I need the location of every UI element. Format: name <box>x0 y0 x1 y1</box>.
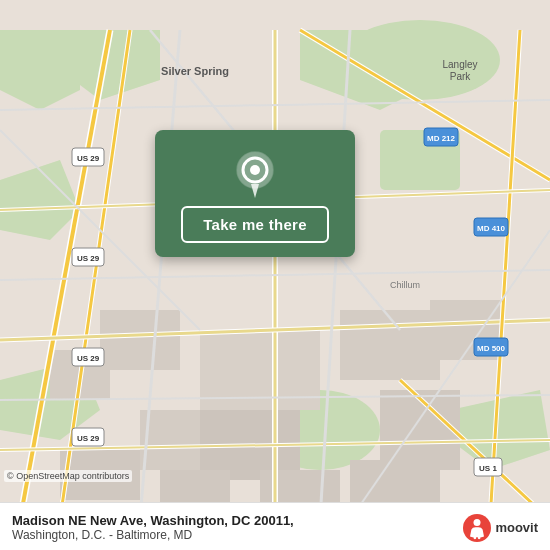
map-svg: US 29 US 29 US 29 US 29 MD 212 MD 410 MD… <box>0 0 550 550</box>
svg-text:Park: Park <box>450 71 472 82</box>
svg-text:MD 212: MD 212 <box>427 134 456 143</box>
moovit-icon <box>463 514 491 542</box>
moovit-text: moovit <box>495 520 538 535</box>
popup-card: Take me there <box>155 130 355 257</box>
svg-marker-73 <box>251 184 259 198</box>
moovit-logo: moovit <box>463 514 538 542</box>
svg-text:US 1: US 1 <box>479 464 497 473</box>
svg-text:Langley: Langley <box>442 59 477 70</box>
svg-text:MD 500: MD 500 <box>477 344 506 353</box>
svg-rect-14 <box>100 310 180 370</box>
bottom-bar: Madison NE New Ave, Washington, DC 20011… <box>0 502 550 550</box>
svg-point-75 <box>474 518 481 525</box>
svg-text:US 29: US 29 <box>77 354 100 363</box>
take-me-there-button[interactable]: Take me there <box>181 206 329 243</box>
svg-text:US 29: US 29 <box>77 154 100 163</box>
address-line2: Washington, D.C. - Baltimore, MD <box>12 528 294 542</box>
svg-rect-77 <box>478 533 481 539</box>
svg-rect-76 <box>474 533 477 539</box>
attribution-text: © OpenStreetMap contributors <box>7 471 129 481</box>
svg-text:US 29: US 29 <box>77 254 100 263</box>
svg-text:MD 410: MD 410 <box>477 224 506 233</box>
svg-point-72 <box>250 165 260 175</box>
osm-attribution: © OpenStreetMap contributors <box>4 470 132 482</box>
svg-text:Silver Spring: Silver Spring <box>161 65 229 77</box>
address-block: Madison NE New Ave, Washington, DC 20011… <box>12 513 294 542</box>
map-container: US 29 US 29 US 29 US 29 MD 212 MD 410 MD… <box>0 0 550 550</box>
svg-rect-12 <box>340 310 440 380</box>
location-pin-icon <box>231 148 279 196</box>
address-line1: Madison NE New Ave, Washington, DC 20011… <box>12 513 294 528</box>
svg-text:Chillum: Chillum <box>390 280 420 290</box>
svg-text:US 29: US 29 <box>77 434 100 443</box>
